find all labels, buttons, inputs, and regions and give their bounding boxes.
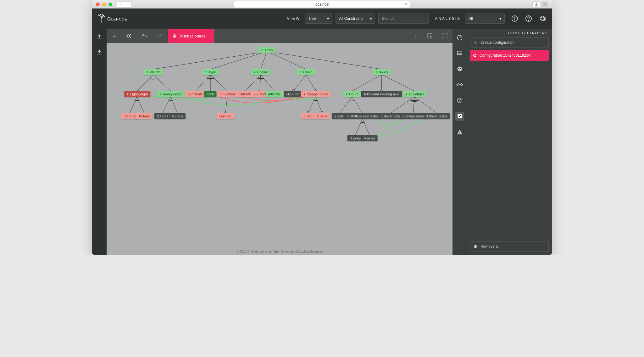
window-minimize-icon[interactable] <box>102 3 106 6</box>
collapse-icon: ▼ <box>303 93 306 96</box>
svg-line-17 <box>153 51 267 69</box>
svg-point-2 <box>98 15 99 16</box>
logo-text: Glencoe <box>107 16 127 21</box>
svg-point-61 <box>457 54 458 55</box>
node-2driven[interactable]: 2 driven axles <box>400 113 426 119</box>
fit-screen-button[interactable] <box>422 29 437 43</box>
svg-point-15 <box>528 20 529 21</box>
check-icon[interactable] <box>455 112 464 121</box>
window-close-icon[interactable] <box>96 3 100 6</box>
node-40tons[interactable]: 40 tons <box>169 113 186 119</box>
speed-icon[interactable] <box>455 33 464 42</box>
window-zoom-icon[interactable] <box>108 3 112 6</box>
node-cabin[interactable]: ▼Cabin <box>297 69 315 75</box>
status-dot-icon <box>473 54 476 57</box>
node-1driven[interactable]: 1 driven axle <box>379 113 403 119</box>
svg-line-42 <box>340 97 352 113</box>
node-addsteer[interactable]: Additional steering axle <box>361 91 402 97</box>
remove-all-button[interactable]: Remove all <box>470 241 549 252</box>
node-type[interactable]: ▼Type <box>202 69 219 75</box>
download-icon[interactable] <box>96 48 103 56</box>
svg-point-67 <box>460 84 461 85</box>
model-tab[interactable]: Truck (cloned) <box>168 29 214 43</box>
undo-button[interactable] <box>137 29 152 43</box>
list-icon[interactable] <box>455 49 464 58</box>
chevron-down-icon: ▼ <box>326 17 330 20</box>
workspace: ＋ Truck (cloned) ⋮ <box>107 29 452 255</box>
node-heavyweight[interactable]: ▼Heavyweight <box>157 91 185 97</box>
node-23tons[interactable]: 23 tons <box>154 113 171 119</box>
svg-line-20 <box>267 51 306 69</box>
url-text: localhost <box>314 2 329 7</box>
browser-title-bar: ‹ › localhost ⟳ + <box>92 0 552 8</box>
url-bar[interactable]: localhost ⟳ <box>234 1 410 8</box>
fullscreen-button[interactable] <box>437 29 452 43</box>
node-engine[interactable]: ▼Engine <box>251 69 270 75</box>
svg-point-62 <box>458 67 462 71</box>
view-select[interactable]: Tree▼ <box>305 14 332 24</box>
new-tab-button[interactable]: + <box>542 2 548 7</box>
create-config-button[interactable]: ＋ Create configuration <box>470 37 549 48</box>
traffic-lights <box>96 3 112 6</box>
constraints-select[interactable]: All Constraints▼ <box>336 14 375 24</box>
search-input[interactable]: Search <box>378 14 429 24</box>
share-button[interactable] <box>532 1 541 8</box>
logo: Glencoe <box>98 14 127 23</box>
node-18tons[interactable]: 18 tons <box>136 113 152 119</box>
svg-line-45 <box>413 97 414 113</box>
group-icon[interactable] <box>455 65 464 73</box>
browser-forward-button[interactable]: › <box>124 1 132 8</box>
node-highroof[interactable]: High roof <box>284 91 303 97</box>
node-weight[interactable]: ▼Weight <box>143 69 163 75</box>
settings-icon[interactable] <box>539 15 546 22</box>
node-semitrailer[interactable]: Semitrailer <box>185 91 207 97</box>
svg-line-27 <box>245 75 261 91</box>
footer-copyright: © 2012 C. Bettinger et al., Trier Univer… <box>107 250 452 253</box>
redo-button[interactable] <box>152 29 167 43</box>
node-truck[interactable]: ▼Truck <box>258 47 275 53</box>
add-button[interactable]: ＋ <box>107 29 122 43</box>
info-icon[interactable] <box>511 15 519 22</box>
code-icon[interactable] <box>455 80 464 89</box>
node-2beds[interactable]: 2 beds <box>314 113 330 119</box>
help-icon[interactable] <box>525 15 532 22</box>
node-1bed[interactable]: 1 bed <box>301 113 315 119</box>
collapse-icon: ▼ <box>261 49 263 52</box>
analysis-select[interactable]: All▼ <box>465 14 505 24</box>
undo-all-button[interactable] <box>122 29 137 43</box>
node-dumper[interactable]: Dumper <box>217 113 234 119</box>
node-drivetrain[interactable]: ▼Drivetrain <box>403 91 426 97</box>
node-multiaxles[interactable]: ▼Multiple rear axles <box>344 113 381 119</box>
logo-icon <box>98 14 105 23</box>
help-small-icon[interactable] <box>455 96 464 105</box>
plus-icon: ＋ <box>474 40 477 45</box>
svg-line-21 <box>267 51 382 69</box>
svg-point-64 <box>460 68 461 69</box>
node-lightweight[interactable]: ▼Lightweight <box>124 91 150 97</box>
upload-icon[interactable] <box>96 33 103 41</box>
node-400kw[interactable]: 400 KW <box>265 91 283 97</box>
node-count[interactable]: ▼Count <box>343 91 361 97</box>
config-item[interactable]: Configuration 1572430118234 <box>470 50 549 61</box>
svg-line-18 <box>210 51 267 69</box>
svg-point-8 <box>103 15 104 16</box>
node-3axles[interactable]: 3 axles <box>347 135 364 141</box>
svg-line-44 <box>391 97 414 113</box>
collapse-icon: ▼ <box>220 93 222 96</box>
reload-icon[interactable]: ⟳ <box>405 2 408 6</box>
node-4axles[interactable]: 4 axles <box>362 135 378 141</box>
node-flatbed[interactable]: ▼Flatbed <box>217 91 238 97</box>
app: Glencoe VIEW Tree▼ All Constraints▼ Sear… <box>92 8 552 255</box>
svg-line-34 <box>382 75 414 91</box>
node-3driven[interactable]: 3 driven axles <box>424 113 450 119</box>
node-sleeper[interactable]: ▼Sleeper cabin <box>301 91 330 97</box>
node-axles[interactable]: ▼Axles <box>373 69 391 75</box>
canvas[interactable]: ▼Truck ▼Weight ▼Type ▼Engine ▼Cabin ▼Axl… <box>107 43 452 255</box>
node-tank[interactable]: Tank <box>204 91 216 97</box>
more-menu-button[interactable]: ⋮ <box>409 29 422 43</box>
node-12tons[interactable]: 12 tons <box>121 113 138 119</box>
svg-line-28 <box>260 75 261 91</box>
warning-icon[interactable] <box>455 128 464 136</box>
analysis-label: ANALYSIS <box>435 16 461 21</box>
browser-back-button[interactable]: ‹ <box>117 1 124 8</box>
